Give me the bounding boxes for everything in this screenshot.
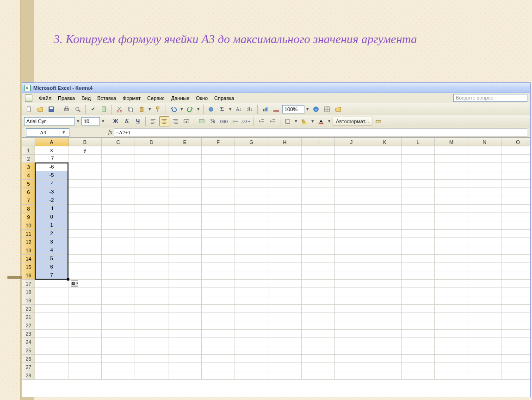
cell-L25[interactable] <box>402 346 435 355</box>
currency-icon[interactable] <box>197 116 207 126</box>
cell-G24[interactable] <box>235 338 268 346</box>
cell-A21[interactable] <box>35 313 68 321</box>
cell-J8[interactable] <box>335 205 368 213</box>
cell-F6[interactable] <box>202 188 235 196</box>
cell-L26[interactable] <box>402 355 435 363</box>
cell-H22[interactable] <box>268 321 302 330</box>
col-header-A[interactable]: A <box>35 138 68 146</box>
cell-F9[interactable] <box>202 213 235 221</box>
cell-M17[interactable] <box>435 280 468 288</box>
cell-H12[interactable] <box>268 238 302 246</box>
cell-O13[interactable] <box>501 246 530 255</box>
cell-L19[interactable] <box>402 296 435 305</box>
cell-D27[interactable] <box>135 363 168 371</box>
autofill-options-button[interactable]: ▦ <box>71 280 78 287</box>
cell-O19[interactable] <box>501 296 530 305</box>
cell-H28[interactable] <box>268 371 302 380</box>
row-header-3[interactable]: 3 <box>22 163 35 171</box>
cell-B2[interactable] <box>68 155 102 163</box>
cell-E21[interactable] <box>168 313 202 321</box>
cell-C5[interactable] <box>102 180 135 188</box>
cell-D24[interactable] <box>135 338 168 346</box>
hyperlink-icon[interactable] <box>206 104 216 114</box>
cell-G22[interactable] <box>235 321 268 330</box>
cell-D12[interactable] <box>135 238 168 246</box>
cell-O17[interactable] <box>501 280 530 288</box>
cell-M11[interactable] <box>435 230 468 238</box>
cell-F22[interactable] <box>202 321 235 330</box>
cell-G13[interactable] <box>235 246 268 255</box>
cell-M8[interactable] <box>435 205 468 213</box>
cell-F2[interactable] <box>202 155 235 163</box>
cell-K19[interactable] <box>368 296 402 305</box>
cell-J22[interactable] <box>335 321 368 330</box>
cell-E5[interactable] <box>168 180 202 188</box>
cell-M1[interactable] <box>435 146 468 155</box>
formula-input[interactable] <box>114 128 527 137</box>
cell-G10[interactable] <box>235 221 268 230</box>
cell-C19[interactable] <box>102 296 135 305</box>
cell-F17[interactable] <box>202 280 235 288</box>
comma-style-icon[interactable]: 000 <box>219 116 229 126</box>
zoom-input[interactable]: 100% <box>282 105 304 113</box>
cell-D10[interactable] <box>135 221 168 230</box>
cell-O7[interactable] <box>501 196 530 205</box>
cell-N13[interactable] <box>468 246 501 255</box>
align-right-icon[interactable] <box>170 116 180 126</box>
cell-D17[interactable] <box>135 280 168 288</box>
cell-D7[interactable] <box>135 196 168 205</box>
cell-H3[interactable] <box>268 163 302 171</box>
cell-L4[interactable] <box>402 171 435 180</box>
cell-E25[interactable] <box>168 346 202 355</box>
col-header-N[interactable]: N <box>468 138 501 146</box>
cell-M2[interactable] <box>435 155 468 163</box>
cell-G5[interactable] <box>235 180 268 188</box>
cell-I2[interactable] <box>302 155 335 163</box>
cell-O8[interactable] <box>501 205 530 213</box>
cell-K9[interactable] <box>368 213 402 221</box>
col-header-G[interactable]: G <box>235 138 268 146</box>
cell-L5[interactable] <box>402 180 435 188</box>
cell-E27[interactable] <box>168 363 202 371</box>
row-header-8[interactable]: 8 <box>22 205 35 213</box>
cell-I9[interactable] <box>302 213 335 221</box>
cell-C26[interactable] <box>102 355 135 363</box>
cell-G12[interactable] <box>235 238 268 246</box>
cell-B11[interactable] <box>68 230 102 238</box>
redo-icon[interactable] <box>185 104 195 114</box>
cell-K7[interactable] <box>368 196 402 205</box>
col-header-K[interactable]: K <box>368 138 402 146</box>
cell-I25[interactable] <box>302 346 335 355</box>
font-name-dropdown[interactable]: ▾ <box>76 118 80 124</box>
cell-D26[interactable] <box>135 355 168 363</box>
cell-D4[interactable] <box>135 171 168 180</box>
cell-I11[interactable] <box>302 230 335 238</box>
cell-L16[interactable] <box>402 271 435 280</box>
col-header-J[interactable]: J <box>335 138 368 146</box>
cell-N24[interactable] <box>468 338 501 346</box>
cell-I8[interactable] <box>302 205 335 213</box>
row-header-18[interactable]: 18 <box>22 288 35 296</box>
print-icon[interactable] <box>62 104 72 114</box>
cell-N6[interactable] <box>468 188 501 196</box>
cell-J4[interactable] <box>335 171 368 180</box>
cell-G28[interactable] <box>235 371 268 380</box>
cell-L1[interactable] <box>402 146 435 155</box>
menu-tools[interactable]: Сервис <box>144 94 167 102</box>
cell-D5[interactable] <box>135 180 168 188</box>
cell-J10[interactable] <box>335 221 368 230</box>
cell-I26[interactable] <box>302 355 335 363</box>
cell-A3[interactable]: -6 <box>35 163 68 171</box>
cell-E22[interactable] <box>168 321 202 330</box>
cell-J2[interactable] <box>335 155 368 163</box>
cell-J5[interactable] <box>335 180 368 188</box>
cell-G1[interactable] <box>235 146 268 155</box>
cell-F7[interactable] <box>202 196 235 205</box>
col-header-B[interactable]: B <box>68 138 102 146</box>
cell-M19[interactable] <box>435 296 468 305</box>
font-size-dropdown[interactable]: ▾ <box>101 118 105 124</box>
cell-M10[interactable] <box>435 221 468 230</box>
row-header-5[interactable]: 5 <box>22 180 35 188</box>
cell-I1[interactable] <box>302 146 335 155</box>
cell-N21[interactable] <box>468 313 501 321</box>
